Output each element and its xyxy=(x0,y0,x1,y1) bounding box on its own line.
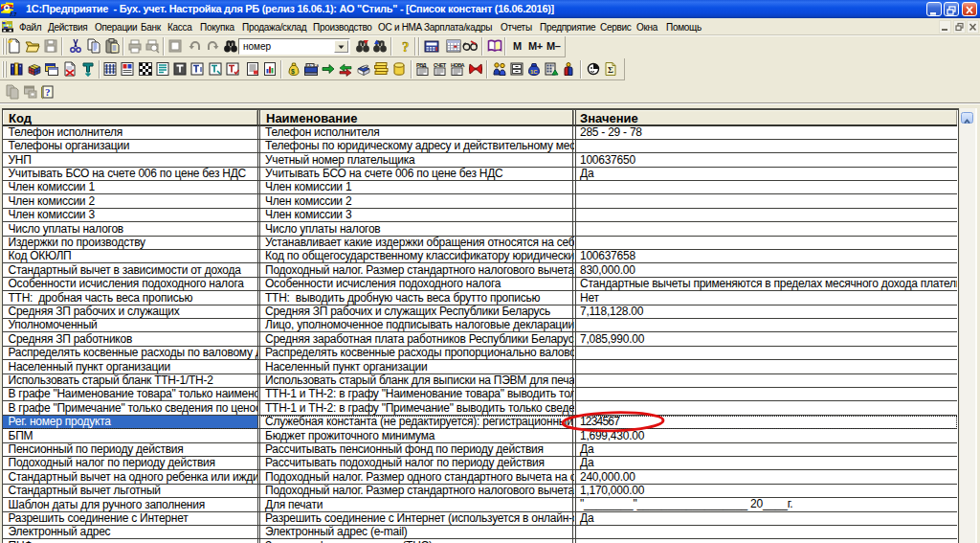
svg-text:7.7: 7.7 xyxy=(10,11,17,17)
svg-text:?: ? xyxy=(402,39,410,54)
svg-text:РВД: РВД xyxy=(416,62,427,68)
svg-text:СЧЕТ: СЧЕТ xyxy=(434,62,447,68)
svg-text:НОВА: НОВА xyxy=(451,62,464,68)
svg-text:?: ? xyxy=(45,86,51,98)
svg-text:Σ: Σ xyxy=(608,65,613,75)
svg-text:КАССА: КАССА xyxy=(306,63,319,68)
svg-text:$: $ xyxy=(291,68,295,76)
svg-text:1С: 1С xyxy=(530,69,538,75)
